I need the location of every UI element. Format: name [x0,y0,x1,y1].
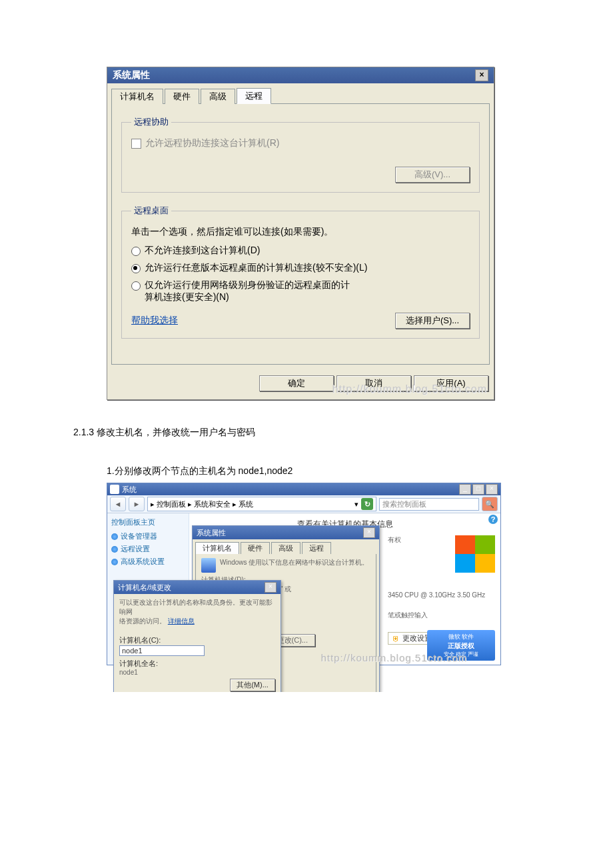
radio-label: 不允许连接到这台计算机(D) [145,245,260,257]
search-go-icon[interactable]: 🔍 [482,497,498,511]
maximize-icon[interactable]: □ [472,484,484,495]
sidebar-item-label: 设备管理器 [121,531,157,541]
bullet-icon [111,559,118,565]
inner-title: 计算机名/域更改 [118,583,171,593]
note-line-a: 可以更改这台计算机的名称和成员身份。更改可能影响网 [119,599,273,615]
activation-badge: 微软 软件 正版授权 安全 稳定 严谨 [427,630,495,661]
rdp-option-nla-only[interactable]: 仅允许运行使用网络级别身份验证的远程桌面的计 算机连接(更安全)(N) [131,279,470,303]
checkbox-label: 允许远程协助连接这台计算机(R) [145,137,279,149]
close-icon[interactable]: × [486,484,498,495]
cpu-info: 3450 CPU @ 3.10GHz 3.50 GHz [388,591,485,599]
tab-computer-name[interactable]: 计算机名 [111,89,163,104]
name-change-dialog: 计算机名/域更改 × 可以更改这台计算机的名称和成员身份。更改可能影响网 络资源… [113,580,281,692]
window-titlebar[interactable]: 系统 _ □ × [107,483,500,495]
tab-strip: 计算机名 硬件 高级 远程 [107,83,494,103]
breadcrumb: ▸ 控制面板 ▸ 系统和安全 ▸ 系统 [151,499,253,509]
ok-button[interactable]: 确定 [259,375,334,391]
search-placeholder: 搜索控制面板 [382,500,426,508]
note-line-b: 络资源的访问。 [119,617,166,625]
sidebar-advanced-settings[interactable]: 高级系统设置 [111,557,185,567]
radio-label-line2: 算机连接(更安全)(N) [145,291,229,302]
rdp-option-disallow[interactable]: 不允许连接到这台计算机(D) [131,245,470,257]
remote-desktop-group: 远程桌面 单击一个选项，然后指定谁可以连接(如果需要)。 不允许连接到这台计算机… [121,205,480,339]
tab-advanced[interactable]: 高级 [201,89,235,104]
address-bar[interactable]: ▸ 控制面板 ▸ 系统和安全 ▸ 系统 ▾ ↻ [147,497,376,511]
rdp-prompt: 单击一个选项，然后指定谁可以连接(如果需要)。 [131,226,470,238]
minimize-icon[interactable]: _ [459,484,471,495]
assist-advanced-button[interactable]: 高级(V)... [395,167,470,183]
other-button[interactable]: 其他(M)... [230,679,275,691]
shield-icon: ⛨ [392,635,400,643]
field-desc: Windows 使用以下信息在网络中标识这台计算机。 [220,558,368,573]
radio-label: 仅允许运行使用网络级别身份验证的远程桌面的计 算机连接(更安全)(N) [145,279,350,303]
group-legend-rdp: 远程桌面 [131,205,171,217]
control-panel-window: 系统 _ □ × ◄ ► ▸ 控制面板 ▸ 系统和安全 ▸ 系统 ▾ ↻ 搜索控… [107,483,501,665]
touch-info: 笔或触控输入 [388,611,495,620]
badge-line: 安全 稳定 严谨 [431,651,491,658]
radio-label: 允许运行任意版本远程桌面的计算机连接(较不安全)(L) [145,262,367,274]
radio-icon[interactable] [131,281,141,291]
section-heading-213: 2.1.3 修改主机名，并修改统一用户名与密码 [73,427,560,439]
checkbox-icon[interactable] [131,139,141,149]
dialog-footer: 确定 取消 应用(A) http://koumm.blog.51cto.com [107,369,494,399]
content-area: ? 查看有关计算机的基本信息 有权 3450 CPU @ 3.10GHz 3.5… [189,513,500,665]
cancel-button[interactable]: 取消 [336,375,411,391]
apply-button[interactable]: 应用(A) [414,375,488,391]
windows-logo-icon [455,535,495,573]
tab-remote[interactable]: 远程 [237,88,271,104]
computer-name-input[interactable]: node1 [119,645,205,656]
radio-icon[interactable] [131,264,141,273]
system-properties-dialog: 系统属性 × 计算机名 硬件 高级 远程 远程协助 允许远程协助连接这台计算机(… [107,67,494,400]
radio-icon[interactable] [131,247,141,256]
close-icon[interactable]: × [265,582,277,593]
badge-line: 微软 软件 [431,633,491,641]
radio-label-line1: 仅允许运行使用网络级别身份验证的远程桌面的计 [145,279,350,290]
titlebar[interactable]: 系统属性 × [107,67,494,83]
inner-titlebar[interactable]: 系统属性 × [193,526,379,539]
inner-titlebar[interactable]: 计算机名/域更改 × [114,581,281,594]
step-1-text: 1.分别修改两个节点的主机名为 node1,node2 [107,465,560,477]
sidebar-device-manager[interactable]: 设备管理器 [111,531,185,541]
computer-name-label: 计算机名(C): [119,635,275,645]
full-name-label: 计算机全名: [119,659,275,669]
tab-advanced[interactable]: 高级 [271,542,301,554]
search-input[interactable]: 搜索控制面板 [379,498,479,511]
window-title: 系统 [122,485,137,495]
close-icon[interactable]: × [363,527,375,538]
help-icon[interactable]: ? [488,515,498,524]
tab-body: 远程协助 允许远程协助连接这台计算机(R) 高级(V)... 远程桌面 单击一个… [111,103,490,365]
rdp-option-any-version[interactable]: 允许运行任意版本远程桌面的计算机连接(较不安全)(L) [131,262,470,274]
sidebar-item-label: 远程设置 [121,544,150,554]
close-icon[interactable]: × [475,69,488,81]
tab-hardware[interactable]: 硬件 [165,89,199,104]
tab-computer-name[interactable]: 计算机名 [195,542,239,554]
sidebar-title: 控制面板主页 [111,517,185,527]
allow-remote-assist-checkbox[interactable]: 允许远程协助连接这台计算机(R) [131,137,470,149]
full-name-value: node1 [119,669,275,676]
tab-hardware[interactable]: 硬件 [241,542,270,554]
computer-icon [201,558,216,573]
forward-icon[interactable]: ► [129,497,145,511]
sidebar-remote-settings[interactable]: 远程设置 [111,544,185,554]
inner-tabs: 计算机名 硬件 高级 远程 [193,539,379,554]
address-bar-row: ◄ ► ▸ 控制面板 ▸ 系统和安全 ▸ 系统 ▾ ↻ 搜索控制面板 🔍 [107,495,500,513]
back-icon[interactable]: ◄ [110,497,126,511]
bullet-icon [111,546,118,553]
group-legend-assist: 远程协助 [131,116,171,128]
help-choose-link[interactable]: 帮助我选择 [131,315,178,327]
badge-line: 正版授权 [431,641,491,651]
select-users-button[interactable]: 选择用户(S)... [395,313,470,329]
refresh-icon[interactable]: ↻ [361,498,373,510]
tab-remote[interactable]: 远程 [302,542,331,554]
bullet-icon [111,533,118,540]
dropdown-icon[interactable]: ▾ [354,500,358,509]
note-text: 可以更改这台计算机的名称和成员身份。更改可能影响网 络资源的访问。 详细信息 [119,598,275,626]
app-icon [110,485,119,494]
detail-link[interactable]: 详细信息 [168,617,195,625]
remote-assist-group: 远程协助 允许远程协助连接这台计算机(R) 高级(V)... [121,116,480,193]
sidebar-item-label: 高级系统设置 [121,557,165,567]
dialog-title: 系统属性 [113,69,150,81]
inner-title: 系统属性 [197,528,226,538]
